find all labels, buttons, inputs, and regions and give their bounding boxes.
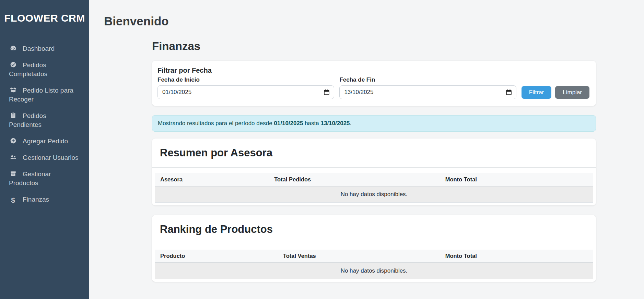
sidebar-label: Pedido Listo para Recoger xyxy=(9,87,73,103)
sidebar-label: Agregar Pedido xyxy=(23,137,68,145)
results-alert: Mostrando resultados para el período des… xyxy=(152,115,596,132)
summary-empty-message: No hay datos disponibles. xyxy=(155,186,593,203)
alert-text-suffix: . xyxy=(350,120,352,127)
sidebar-link-finanzas[interactable]: $Finanzas xyxy=(0,191,89,208)
ranking-card: Ranking de Productos Producto Total Vent… xyxy=(152,215,596,282)
start-date-wrap xyxy=(157,85,334,99)
filter-title: Filtrar por Fecha xyxy=(157,67,589,74)
ranking-card-header: Ranking de Productos xyxy=(152,215,596,244)
sidebar-link-pedido-listo[interactable]: Pedido Listo para Recoger xyxy=(0,82,89,108)
sidebar-link-dashboard[interactable]: Dashboard xyxy=(0,40,89,57)
sidebar-item-pedido-listo: Pedido Listo para Recoger xyxy=(0,82,89,108)
sidebar-nav: Dashboard Pedidos Completados Pedido Lis… xyxy=(0,40,89,208)
dollar-icon: $ xyxy=(9,196,17,203)
alert-text-prefix: Mostrando resultados para el período des… xyxy=(158,120,274,127)
check-circle-icon xyxy=(9,61,17,68)
sidebar-link-pedidos-pendientes[interactable]: Pedidos Pendientes xyxy=(0,108,89,133)
ranking-table: Producto Total Ventas Monto Total No hay… xyxy=(155,250,593,279)
box-icon xyxy=(9,170,17,177)
ranking-empty-row: No hay datos disponibles. xyxy=(155,263,593,279)
sidebar-item-gestionar-productos: Gestionar Productos xyxy=(0,166,89,191)
end-date-label: Fecha de Fin xyxy=(339,76,516,83)
calendar-icon[interactable] xyxy=(324,89,330,95)
summary-card-title: Resumen por Asesora xyxy=(160,147,588,159)
sidebar-item-finanzas: $Finanzas xyxy=(0,191,89,208)
clear-button[interactable]: Limpiar xyxy=(555,86,589,99)
finanzas-section: Finanzas Filtrar por Fecha Fecha de Inic… xyxy=(152,40,596,282)
sidebar-label: Finanzas xyxy=(23,196,49,203)
sidebar-item-gestionar-usuarios: Gestionar Usuarios xyxy=(0,150,89,166)
alert-start-date: 01/10/2025 xyxy=(274,120,303,127)
ranking-col-producto: Producto xyxy=(155,250,278,263)
summary-card: Resumen por Asesora Asesora Total Pedido… xyxy=(152,139,596,205)
start-date-input[interactable] xyxy=(157,85,334,99)
ranking-table-wrap: Producto Total Ventas Monto Total No hay… xyxy=(152,244,596,279)
sidebar-label: Dashboard xyxy=(23,45,55,52)
summary-empty-row: No hay datos disponibles. xyxy=(155,186,593,203)
dashboard-icon xyxy=(9,45,17,51)
sidebar-link-gestionar-usuarios[interactable]: Gestionar Usuarios xyxy=(0,150,89,166)
calendar-icon[interactable] xyxy=(506,89,512,95)
sidebar-link-agregar-pedido[interactable]: Agregar Pedido xyxy=(0,133,89,150)
end-date-field: Fecha de Fin xyxy=(339,76,516,99)
sidebar: FLOOWER CRM Dashboard Pedidos Completado… xyxy=(0,0,89,299)
section-title: Finanzas xyxy=(152,40,596,53)
summary-table-wrap: Asesora Total Pedidos Monto Total No hay… xyxy=(152,168,596,203)
box-open-icon xyxy=(9,86,17,93)
end-date-wrap xyxy=(339,85,516,99)
summary-col-asesora: Asesora xyxy=(155,173,269,186)
brand-logo: FLOOWER CRM xyxy=(0,0,89,24)
summary-col-total-pedidos: Total Pedidos xyxy=(269,173,440,186)
filter-row: Fecha de Inicio Fecha de Fi xyxy=(157,76,589,99)
alert-text-middle: hasta xyxy=(303,120,320,127)
sidebar-item-pedidos-completados: Pedidos Completados xyxy=(0,57,89,82)
ranking-card-title: Ranking de Productos xyxy=(160,223,588,236)
summary-table: Asesora Total Pedidos Monto Total No hay… xyxy=(155,173,593,203)
sidebar-item-dashboard: Dashboard xyxy=(0,40,89,57)
sidebar-item-pedidos-pendientes: Pedidos Pendientes xyxy=(0,108,89,133)
end-date-input[interactable] xyxy=(339,85,516,99)
ranking-empty-message: No hay datos disponibles. xyxy=(155,263,593,279)
app-window: FLOOWER CRM Dashboard Pedidos Completado… xyxy=(0,0,644,299)
ranking-col-monto-total: Monto Total xyxy=(440,250,593,263)
summary-table-header-row: Asesora Total Pedidos Monto Total xyxy=(155,173,593,186)
page-title: Bienvenido xyxy=(104,14,644,28)
sidebar-link-pedidos-completados[interactable]: Pedidos Completados xyxy=(0,57,89,82)
start-date-field: Fecha de Inicio xyxy=(157,76,334,99)
ranking-col-total-ventas: Total Ventas xyxy=(278,250,440,263)
users-icon xyxy=(9,154,17,160)
start-date-label: Fecha de Inicio xyxy=(157,76,334,83)
summary-col-monto-total: Monto Total xyxy=(440,173,593,186)
sidebar-label: Gestionar Usuarios xyxy=(23,154,79,161)
main-content: Bienvenido Finanzas Filtrar por Fecha Fe… xyxy=(89,0,644,299)
sidebar-item-agregar-pedido: Agregar Pedido xyxy=(0,133,89,150)
summary-card-header: Resumen por Asesora xyxy=(152,139,596,168)
filter-card: Filtrar por Fecha Fecha de Inicio xyxy=(152,61,596,106)
filter-button[interactable]: Filtrar xyxy=(522,86,551,99)
plus-circle-icon xyxy=(9,137,17,144)
alert-end-date: 13/10/2025 xyxy=(320,120,350,127)
clipboard-icon xyxy=(9,112,17,119)
ranking-table-header-row: Producto Total Ventas Monto Total xyxy=(155,250,593,263)
sidebar-link-gestionar-productos[interactable]: Gestionar Productos xyxy=(0,166,89,191)
